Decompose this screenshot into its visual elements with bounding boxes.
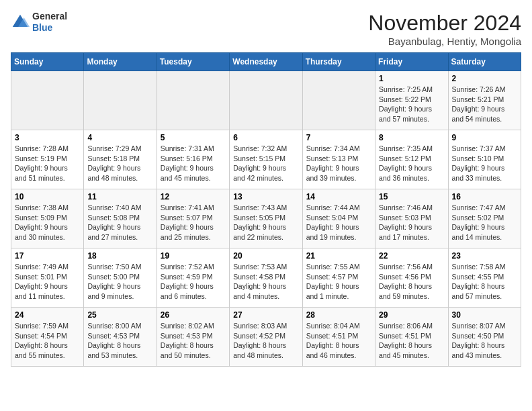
day-info: Sunrise: 8:02 AMSunset: 4:53 PMDaylight:… xyxy=(161,321,226,361)
logo-general: General xyxy=(32,11,67,21)
header-row: SundayMondayTuesdayWednesdayThursdayFrid… xyxy=(11,53,521,71)
day-cell: 16Sunrise: 7:47 AMSunset: 5:02 PMDayligh… xyxy=(448,189,521,248)
day-info: Sunrise: 7:58 AMSunset: 4:55 PMDaylight:… xyxy=(452,262,517,302)
day-cell: 27Sunrise: 8:03 AMSunset: 4:52 PMDayligh… xyxy=(230,308,302,367)
day-cell: 22Sunrise: 7:56 AMSunset: 4:56 PMDayligh… xyxy=(375,248,448,308)
day-cell: 9Sunrise: 7:37 AMSunset: 5:10 PMDaylight… xyxy=(448,130,521,189)
day-number: 29 xyxy=(379,310,444,320)
day-info: Sunrise: 7:55 AMSunset: 4:57 PMDaylight:… xyxy=(306,262,371,302)
day-number: 19 xyxy=(161,251,226,261)
day-info: Sunrise: 7:26 AMSunset: 5:21 PMDaylight:… xyxy=(452,85,517,124)
day-number: 6 xyxy=(233,133,298,142)
day-number: 14 xyxy=(306,192,371,201)
header: General Blue November 2024 Bayanbulag, H… xyxy=(11,11,521,47)
day-info: Sunrise: 7:32 AMSunset: 5:15 PMDaylight:… xyxy=(233,144,298,183)
day-cell: 1Sunrise: 7:25 AMSunset: 5:22 PMDaylight… xyxy=(375,71,448,130)
day-info: Sunrise: 7:41 AMSunset: 5:07 PMDaylight:… xyxy=(161,203,226,242)
day-info: Sunrise: 8:03 AMSunset: 4:52 PMDaylight:… xyxy=(233,321,298,361)
day-number: 25 xyxy=(87,310,152,320)
day-number: 3 xyxy=(15,133,80,142)
day-cell: 5Sunrise: 7:31 AMSunset: 5:16 PMDaylight… xyxy=(157,130,229,189)
day-cell: 4Sunrise: 7:29 AMSunset: 5:18 PMDaylight… xyxy=(84,130,157,189)
day-info: Sunrise: 7:47 AMSunset: 5:02 PMDaylight:… xyxy=(452,203,517,242)
day-info: Sunrise: 7:43 AMSunset: 5:05 PMDaylight:… xyxy=(233,203,298,242)
day-info: Sunrise: 7:34 AMSunset: 5:13 PMDaylight:… xyxy=(306,144,371,183)
day-number: 9 xyxy=(452,133,517,142)
day-info: Sunrise: 7:46 AMSunset: 5:03 PMDaylight:… xyxy=(379,203,444,242)
day-cell: 19Sunrise: 7:52 AMSunset: 4:59 PMDayligh… xyxy=(157,248,229,308)
day-info: Sunrise: 8:00 AMSunset: 4:53 PMDaylight:… xyxy=(87,321,152,361)
day-number: 26 xyxy=(161,310,226,320)
day-number: 23 xyxy=(452,251,517,261)
day-cell: 8Sunrise: 7:35 AMSunset: 5:12 PMDaylight… xyxy=(375,130,448,189)
day-number: 7 xyxy=(306,133,371,142)
day-info: Sunrise: 7:53 AMSunset: 4:58 PMDaylight:… xyxy=(233,262,298,302)
day-number: 22 xyxy=(379,251,444,261)
week-row-3: 10Sunrise: 7:38 AMSunset: 5:09 PMDayligh… xyxy=(11,189,521,248)
calendar: SundayMondayTuesdayWednesdayThursdayFrid… xyxy=(11,52,521,367)
day-info: Sunrise: 7:52 AMSunset: 4:59 PMDaylight:… xyxy=(161,262,226,302)
day-info: Sunrise: 7:44 AMSunset: 5:04 PMDaylight:… xyxy=(306,203,371,242)
header-cell-sunday: Sunday xyxy=(11,53,84,71)
day-number: 15 xyxy=(379,192,444,201)
day-info: Sunrise: 7:38 AMSunset: 5:09 PMDaylight:… xyxy=(15,203,80,242)
day-info: Sunrise: 8:04 AMSunset: 4:51 PMDaylight:… xyxy=(306,321,371,361)
day-cell: 26Sunrise: 8:02 AMSunset: 4:53 PMDayligh… xyxy=(157,308,229,367)
day-cell: 12Sunrise: 7:41 AMSunset: 5:07 PMDayligh… xyxy=(157,189,229,248)
day-cell: 7Sunrise: 7:34 AMSunset: 5:13 PMDaylight… xyxy=(302,130,375,189)
day-number: 5 xyxy=(161,133,226,142)
day-number: 4 xyxy=(87,133,152,142)
week-row-5: 24Sunrise: 7:59 AMSunset: 4:54 PMDayligh… xyxy=(11,308,521,367)
header-cell-thursday: Thursday xyxy=(302,53,375,71)
day-info: Sunrise: 7:31 AMSunset: 5:16 PMDaylight:… xyxy=(161,144,226,183)
day-cell xyxy=(11,71,84,130)
day-cell xyxy=(230,71,302,130)
day-cell: 24Sunrise: 7:59 AMSunset: 4:54 PMDayligh… xyxy=(11,308,84,367)
week-row-1: 1Sunrise: 7:25 AMSunset: 5:22 PMDaylight… xyxy=(11,71,521,130)
day-cell: 2Sunrise: 7:26 AMSunset: 5:21 PMDaylight… xyxy=(448,71,521,130)
day-info: Sunrise: 7:37 AMSunset: 5:10 PMDaylight:… xyxy=(452,144,517,183)
day-number: 12 xyxy=(161,192,226,201)
day-cell: 15Sunrise: 7:46 AMSunset: 5:03 PMDayligh… xyxy=(375,189,448,248)
day-number: 11 xyxy=(87,192,152,201)
day-number: 16 xyxy=(452,192,517,201)
day-info: Sunrise: 8:07 AMSunset: 4:50 PMDaylight:… xyxy=(452,321,517,361)
day-number: 17 xyxy=(15,251,80,261)
day-number: 28 xyxy=(306,310,371,320)
header-cell-friday: Friday xyxy=(375,53,448,71)
day-cell: 29Sunrise: 8:06 AMSunset: 4:51 PMDayligh… xyxy=(375,308,448,367)
day-info: Sunrise: 7:35 AMSunset: 5:12 PMDaylight:… xyxy=(379,144,444,183)
day-cell: 17Sunrise: 7:49 AMSunset: 5:01 PMDayligh… xyxy=(11,248,84,308)
day-info: Sunrise: 7:40 AMSunset: 5:08 PMDaylight:… xyxy=(87,203,152,242)
day-info: Sunrise: 7:25 AMSunset: 5:22 PMDaylight:… xyxy=(379,85,444,124)
week-row-4: 17Sunrise: 7:49 AMSunset: 5:01 PMDayligh… xyxy=(11,248,521,308)
day-info: Sunrise: 7:59 AMSunset: 4:54 PMDaylight:… xyxy=(15,321,80,361)
logo-icon xyxy=(11,13,30,32)
calendar-header: SundayMondayTuesdayWednesdayThursdayFrid… xyxy=(11,53,521,71)
header-cell-wednesday: Wednesday xyxy=(230,53,302,71)
day-cell: 14Sunrise: 7:44 AMSunset: 5:04 PMDayligh… xyxy=(302,189,375,248)
day-info: Sunrise: 8:06 AMSunset: 4:51 PMDaylight:… xyxy=(379,321,444,361)
header-cell-monday: Monday xyxy=(84,53,157,71)
day-number: 27 xyxy=(233,310,298,320)
day-cell: 21Sunrise: 7:55 AMSunset: 4:57 PMDayligh… xyxy=(302,248,375,308)
day-info: Sunrise: 7:28 AMSunset: 5:19 PMDaylight:… xyxy=(15,144,80,183)
header-cell-saturday: Saturday xyxy=(448,53,521,71)
month-title: November 2024 xyxy=(368,11,521,36)
day-cell: 30Sunrise: 8:07 AMSunset: 4:50 PMDayligh… xyxy=(448,308,521,367)
day-info: Sunrise: 7:49 AMSunset: 5:01 PMDaylight:… xyxy=(15,262,80,302)
day-cell: 20Sunrise: 7:53 AMSunset: 4:58 PMDayligh… xyxy=(230,248,302,308)
day-cell: 23Sunrise: 7:58 AMSunset: 4:55 PMDayligh… xyxy=(448,248,521,308)
day-number: 13 xyxy=(233,192,298,201)
day-cell: 13Sunrise: 7:43 AMSunset: 5:05 PMDayligh… xyxy=(230,189,302,248)
day-cell: 3Sunrise: 7:28 AMSunset: 5:19 PMDaylight… xyxy=(11,130,84,189)
day-number: 1 xyxy=(379,74,444,83)
day-cell xyxy=(157,71,229,130)
day-cell: 10Sunrise: 7:38 AMSunset: 5:09 PMDayligh… xyxy=(11,189,84,248)
logo-blue: Blue xyxy=(32,22,52,33)
day-cell xyxy=(302,71,375,130)
header-cell-tuesday: Tuesday xyxy=(157,53,229,71)
day-number: 8 xyxy=(379,133,444,142)
day-cell: 6Sunrise: 7:32 AMSunset: 5:15 PMDaylight… xyxy=(230,130,302,189)
calendar-body: 1Sunrise: 7:25 AMSunset: 5:22 PMDaylight… xyxy=(11,71,521,367)
